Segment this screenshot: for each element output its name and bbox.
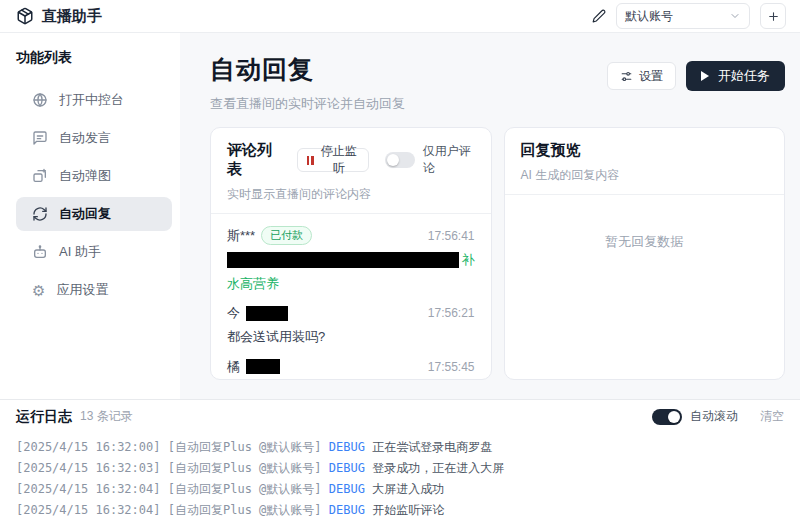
sidebar-item-label: 自动弹图: [59, 167, 111, 185]
sliders-icon: [620, 70, 633, 83]
start-task-button[interactable]: 开始任务: [686, 61, 785, 91]
comment-timestamp: 17:55:45: [428, 360, 475, 374]
play-icon: [701, 71, 709, 81]
log-line: [2025/4/15 16:32:03] [自动回复Plus @默认账号] DE…: [16, 458, 784, 479]
page-subtitle: 查看直播间的实时评论并自动回复: [210, 95, 405, 113]
user-comments-only-label: 仅用户评论: [423, 143, 475, 177]
reply-panel-subtitle: AI 生成的回复内容: [521, 167, 769, 184]
settings-button[interactable]: 设置: [607, 62, 676, 90]
comment-list-panel: 评论列表 停止监听 仅用户评论 实时显示直播间的评论内容: [210, 127, 492, 380]
sidebar-item-label: 自动回复: [59, 205, 111, 223]
account-select-value: 默认账号: [625, 8, 673, 25]
sidebar-item-app-settings[interactable]: ⚙ 应用设置: [16, 273, 172, 307]
sidebar-item-auto-reply[interactable]: 自动回复: [16, 197, 172, 231]
log-level-badge: DEBUG: [329, 440, 365, 454]
log-message: 大屏进入成功: [372, 482, 444, 496]
sidebar-item-ai-assistant[interactable]: AI 助手: [16, 235, 172, 269]
reply-panel-title: 回复预览: [521, 141, 581, 160]
log-source: [自动回复Plus @默认账号]: [168, 461, 322, 475]
run-log-section: 运行日志 13 条记录 自动滚动 清空 [2025/4/15 16:32:00]…: [0, 399, 800, 516]
comment-timestamp: 17:56:21: [428, 306, 475, 320]
log-timestamp: [2025/4/15 16:32:03]: [16, 461, 161, 475]
settings-gear-icon: ⚙: [32, 283, 45, 298]
redacted-name-bar: [246, 359, 280, 374]
sidebar-item-auto-popup[interactable]: 自动弹图: [16, 159, 172, 193]
popup-image-icon: [32, 168, 48, 184]
redacted-name-bar: [246, 306, 288, 321]
log-source: [自动回复Plus @默认账号]: [168, 503, 322, 516]
comment-panel-title: 评论列表: [227, 141, 279, 179]
add-account-button[interactable]: [760, 3, 786, 29]
log-timestamp: [2025/4/15 16:32:00]: [16, 440, 161, 454]
main-content: 自动回复 查看直播间的实时评论并自动回复 设置 开始任务: [180, 33, 800, 399]
sidebar: 功能列表 打开中控台 自动发言 自动弹图: [0, 33, 180, 399]
reply-preview-panel: 回复预览 AI 生成的回复内容 暂无回复数据: [504, 127, 786, 380]
edit-account-icon[interactable]: [592, 9, 606, 23]
account-select[interactable]: 默认账号: [616, 3, 750, 29]
log-source: [自动回复Plus @默认账号]: [168, 482, 322, 496]
log-source: [自动回复Plus @默认账号]: [168, 440, 322, 454]
comment-panel-subtitle: 实时显示直播间的评论内容: [227, 186, 475, 203]
stop-listening-button[interactable]: 停止监听: [297, 148, 369, 172]
sidebar-item-label: 打开中控台: [59, 91, 124, 109]
comment-username: 斯***: [227, 227, 255, 245]
pause-icon: [307, 156, 314, 165]
sidebar-item-label: 应用设置: [56, 281, 108, 299]
comment-timestamp: 17:56:41: [428, 229, 475, 243]
top-bar: 直播助手 默认账号: [0, 0, 800, 33]
chevron-down-icon: [729, 10, 741, 22]
paid-badge: 已付款: [261, 226, 312, 245]
sidebar-title: 功能列表: [16, 49, 172, 67]
comment-text-line2: 水高营养: [227, 275, 475, 293]
log-level-badge: DEBUG: [329, 461, 365, 475]
comment-text-suffix: 补: [462, 251, 475, 269]
log-title: 运行日志: [16, 408, 72, 426]
start-task-label: 开始任务: [718, 67, 770, 85]
comment-username: 橘: [227, 358, 240, 376]
auto-reply-icon: [32, 206, 48, 222]
chat-message-icon: [32, 130, 48, 146]
comment-list[interactable]: 斯*** 已付款 17:56:41 补: [211, 214, 491, 380]
comment-text: 都会送试用装吗?: [227, 328, 325, 346]
user-comments-only-toggle[interactable]: [385, 152, 415, 168]
log-record-count: 13 条记录: [80, 408, 133, 425]
clear-log-link[interactable]: 清空: [760, 408, 784, 425]
sidebar-item-label: 自动发言: [59, 129, 111, 147]
autoscroll-toggle[interactable]: [652, 409, 682, 425]
comment-item: 橘 17:55:45 进入直播间: [227, 348, 475, 380]
settings-button-label: 设置: [639, 68, 663, 85]
reply-empty-state: 暂无回复数据: [505, 195, 785, 251]
comment-username: 今: [227, 304, 240, 322]
sidebar-item-auto-speak[interactable]: 自动发言: [16, 121, 172, 155]
log-timestamp: [2025/4/15 16:32:04]: [16, 503, 161, 516]
log-message: 正在尝试登录电商罗盘: [372, 440, 492, 454]
log-level-badge: DEBUG: [329, 503, 365, 516]
sidebar-item-label: AI 助手: [59, 243, 101, 261]
log-line: [2025/4/15 16:32:00] [自动回复Plus @默认账号] DE…: [16, 437, 784, 458]
page-title: 自动回复: [210, 53, 405, 86]
app-title: 直播助手: [42, 7, 102, 26]
log-message: 登录成功，正在进入大屏: [372, 461, 504, 475]
stop-listening-label: 停止监听: [319, 143, 359, 177]
autoscroll-label: 自动滚动: [690, 408, 738, 425]
app-logo: 直播助手: [16, 7, 102, 26]
sidebar-item-open-console[interactable]: 打开中控台: [16, 83, 172, 117]
log-lines[interactable]: [2025/4/15 16:32:00] [自动回复Plus @默认账号] DE…: [16, 433, 784, 516]
console-globe-icon: [32, 92, 48, 108]
ai-assistant-icon: [32, 244, 48, 260]
comment-item: 今 17:56:21 都会送试用装吗?: [227, 294, 475, 348]
package-icon: [16, 7, 34, 25]
redacted-content-bar: [227, 252, 459, 268]
comment-item: 斯*** 已付款 17:56:41 补: [227, 216, 475, 294]
log-message: 开始监听评论: [372, 503, 444, 516]
log-timestamp: [2025/4/15 16:32:04]: [16, 482, 161, 496]
log-level-badge: DEBUG: [329, 482, 365, 496]
log-line: [2025/4/15 16:32:04] [自动回复Plus @默认账号] DE…: [16, 479, 784, 500]
log-line: [2025/4/15 16:32:04] [自动回复Plus @默认账号] DE…: [16, 500, 784, 516]
